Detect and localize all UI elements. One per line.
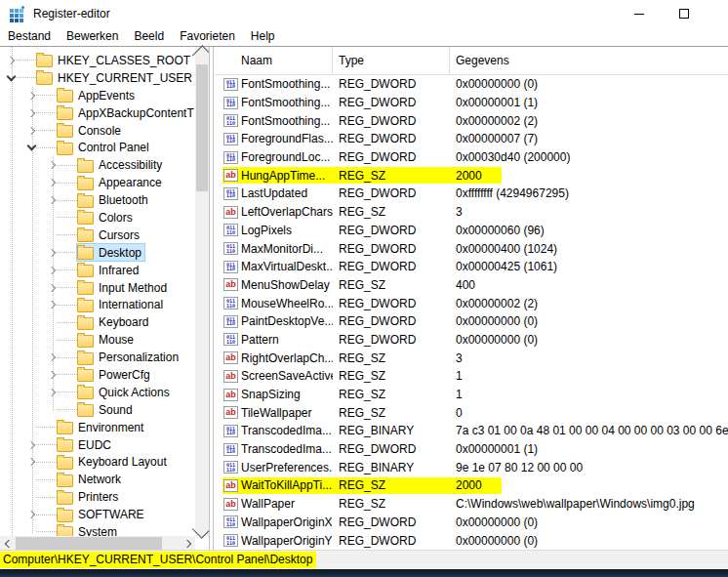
tree-item-hkey-current-user[interactable]: HKEY_CURRENT_USER [0,69,195,87]
chevron-right-icon[interactable] [26,457,36,467]
chevron-right-icon[interactable] [47,266,57,275]
tree-item-cursors[interactable]: Cursors [0,227,195,244]
chevron-right-icon[interactable] [26,108,36,118]
registry-value-row-userpreferences[interactable]: 011110UserPreferences...REG_BINARY9e 1e … [214,458,728,476]
registry-value-row-maxvirtualdeskt[interactable]: 011110MaxVirtualDeskt...REG_DWORD0x00000… [214,258,728,276]
dotted-connector [36,95,57,96]
registry-value-row-pattern[interactable]: 011110PatternREG_DWORD0x00000000 (0) [214,331,728,350]
chevron-right-icon[interactable] [47,370,57,380]
tree-item-software[interactable]: SOFTWARE [0,506,195,523]
tree-item-console[interactable]: Console [0,122,195,140]
registry-value-row-snapsizing[interactable]: abSnapSizingREG_SZ1 [214,386,728,404]
registry-value-row-menushowdelay[interactable]: abMenuShowDelayREG_SZ400 [214,276,728,295]
tree-item-environment[interactable]: Environment [0,419,195,436]
tree-item-label: HKEY_CLASSES_ROOT [58,54,190,67]
minimize-button[interactable] [617,0,662,27]
chevron-right-icon[interactable] [47,160,57,170]
tree-item-appearance[interactable]: Appearance [0,174,195,191]
registry-value-row-transcodedima[interactable]: 011110TranscodedIma...REG_BINARY7a c3 01… [214,422,728,440]
chevron-down-icon[interactable] [6,73,16,83]
string-value-icon: ab [223,479,238,492]
value-type: REG_BINARY [333,424,450,437]
registry-value-row-mousewheelro[interactable]: 011110MouseWheelRo...REG_DWORD0x00000002… [214,294,728,312]
tree-item-keyboard[interactable]: Keyboard [0,313,195,331]
tree-item-control-panel[interactable]: Control Panel [0,139,195,156]
tree-item-international[interactable]: International [0,296,195,313]
chevron-right-icon[interactable] [47,300,57,309]
registry-value-row-paintdesktopve[interactable]: 011110PaintDesktopVe...REG_DWORD0x000000… [214,312,728,331]
chevron-right-icon[interactable] [47,178,57,187]
tree-item-desktop[interactable]: Desktop [0,244,195,262]
chevron-down-icon[interactable] [26,143,36,152]
registry-value-row-wallpaperoriginx[interactable]: 011110WallpaperOriginXREG_DWORD0x0000000… [214,514,728,532]
chevron-right-icon[interactable] [47,195,57,205]
chevron-right-icon[interactable] [26,126,36,136]
tree-item-appevents[interactable]: AppEvents [0,87,195,104]
chevron-right-icon[interactable] [47,283,57,293]
registry-value-row-fontsmoothing[interactable]: 011110FontSmoothing...REG_DWORD0x0000000… [214,94,728,112]
registry-value-row-hungapptime[interactable]: abHungAppTime...REG_SZ2000 [214,166,728,185]
tree-item-eudc[interactable]: EUDC [0,436,195,454]
scroll-down-button[interactable] [195,522,209,536]
registry-value-row-screensaveactive[interactable]: abScreenSaveActiveREG_SZ1 [214,367,728,386]
registry-value-row-tilewallpaper[interactable]: abTileWallpaperREG_SZ0 [214,403,728,422]
menu-favorieten[interactable]: Favorieten [172,27,243,46]
column-header-type[interactable]: Type [333,47,450,74]
tree-item-accessibility[interactable]: Accessibility [0,156,195,174]
tree-item-infrared[interactable]: Infrared [0,262,195,279]
registry-value-row-waittokillappti[interactable]: abWaitToKillAppTi...REG_SZ2000 [214,476,728,495]
column-header-gegevens[interactable]: Gegevens [450,47,728,74]
tree-item-mouse[interactable]: Mouse [0,331,195,349]
registry-value-row-maxmonitordi[interactable]: 011110MaxMonitorDi...REG_DWORD0x00000400… [214,239,728,258]
tree-item-bluetooth[interactable]: Bluetooth [0,191,195,209]
tree-item-keyboard-layout[interactable]: Keyboard Layout [0,453,195,471]
registry-value-row-fontsmoothing[interactable]: 011110FontSmoothing...REG_DWORD0x0000000… [214,75,728,94]
menu-bewerken[interactable]: Bewerken [59,27,126,46]
horizontal-scroll-thumb[interactable] [16,537,162,550]
binary-glyph-line: 110 [226,304,235,309]
tree-horizontal-scrollbar[interactable] [0,536,195,551]
vertical-scroll-thumb[interactable] [196,64,208,191]
registry-value-row-foregroundflas[interactable]: 011110ForegroundFlas...REG_DWORD0x000000… [214,130,728,148]
chevron-right-icon[interactable] [47,388,57,397]
tree-item-system[interactable]: System [0,523,195,536]
tree-item-hkey-classes-root[interactable]: HKEY_CLASSES_ROOT [0,52,195,69]
tree-item-printers[interactable]: Printers [0,488,195,506]
registry-value-row-rightoverlapch[interactable]: abRightOverlapCh...REG_SZ3 [214,349,728,367]
registry-value-row-foregroundloc[interactable]: 011110ForegroundLoc...REG_DWORD0x00030d4… [214,148,728,167]
chevron-right-icon[interactable] [6,56,16,65]
chevron-right-icon[interactable] [47,352,57,362]
scroll-up-button[interactable] [195,47,209,61]
dotted-connector [36,531,57,532]
maximize-button[interactable] [662,0,707,27]
tree-item-quick-actions[interactable]: Quick Actions [0,384,195,401]
menu-beeld[interactable]: Beeld [126,27,172,46]
tree-vertical-scrollbar[interactable] [195,47,209,536]
tree-node: Colors [77,209,136,226]
registry-value-row-logpixels[interactable]: 011110LogPixelsREG_DWORD0x00000060 (96) [214,222,728,240]
registry-value-row-leftoverlapchars[interactable]: abLeftOverlapCharsREG_SZ3 [214,203,728,222]
menu-bestand[interactable]: Bestand [0,27,59,46]
column-header-naam[interactable]: Naam [214,47,333,74]
tree-item-input-method[interactable]: Input Method [0,279,195,297]
registry-value-row-wallpaper[interactable]: abWallPaperREG_SZC:\Windows\web\wallpape… [214,495,728,514]
chevron-right-icon[interactable] [26,91,36,101]
tree-item-network[interactable]: Network [0,471,195,488]
chevron-right-icon[interactable] [26,510,36,519]
tree-item-colors[interactable]: Colors [0,209,195,227]
scroll-left-button[interactable] [0,536,14,551]
chevron-right-icon[interactable] [26,440,36,450]
tree-item-sound[interactable]: Sound [0,401,195,419]
tree-item-powercfg[interactable]: PowerCfg [0,366,195,384]
registry-value-row-lastupdated[interactable]: 011110LastUpdatedREG_DWORD0xffffffff (42… [214,185,728,203]
scroll-right-button[interactable] [182,536,195,551]
dword-value-icon: 011110 [223,333,238,346]
string-value-icon: ab [223,206,238,219]
registry-value-row-fontsmoothing[interactable]: 011110FontSmoothing...REG_DWORD0x0000000… [214,111,728,130]
registry-value-row-transcodedima[interactable]: 011110TranscodedIma...REG_DWORD0x0000000… [214,440,728,459]
registry-value-row-wallpaperoriginy[interactable]: 011110WallpaperOriginYREG_DWORD0x0000000… [214,531,728,550]
chevron-right-icon[interactable] [47,248,57,258]
menu-help[interactable]: Help [243,27,283,46]
tree-item-appxbackupcontentt[interactable]: AppXBackupContentT [0,104,195,122]
tree-item-personalization[interactable]: Personalization [0,349,195,366]
